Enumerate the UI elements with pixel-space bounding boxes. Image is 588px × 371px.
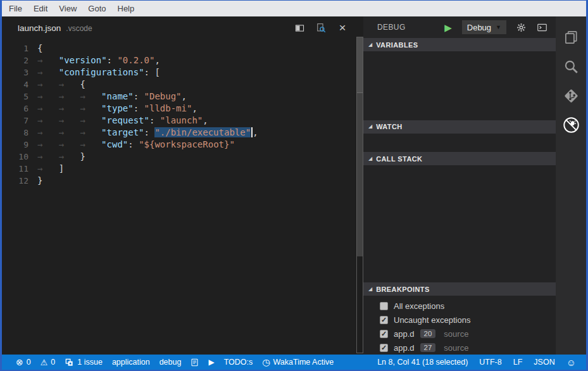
status-end-of-line[interactable]: LF [513,358,523,367]
activity-item-search[interactable] [556,53,586,82]
section-header-call-stack[interactable]: ◢ CALL STACK [363,152,556,165]
status-wakatime[interactable]: ◷WakaTime Active [262,358,334,367]
menu-item-goto[interactable]: Goto [82,1,111,16]
status-label: UTF-8 [479,358,501,367]
code-editor[interactable]: 1{2→"version": "0.2.0",3→"configurations… [2,39,356,355]
debug-icon [563,116,580,136]
status-output[interactable] [191,358,199,367]
activity-item-source-control[interactable] [556,82,586,111]
editor-tab[interactable]: launch.json .vscode [18,23,92,33]
tab-whitespace-icon: → [59,115,80,127]
section-header-variables[interactable]: ◢ VARIABLES [363,38,556,51]
line-number-badge: 20 [420,329,436,338]
checkbox-checked[interactable]: ✓ [380,344,388,352]
code-line[interactable]: 6→→→"type": "lldb-mi", [2,103,356,115]
code-token: } [80,151,85,161]
activity-item-explorer[interactable] [556,24,586,53]
debug-config-dropdown[interactable]: Debug ▼ [462,20,506,34]
breakpoint-row[interactable]: ✓app.d20source [363,327,556,341]
menu-item-help[interactable]: Help [112,1,141,16]
line-number: 7 [2,115,28,127]
code-line[interactable]: 7→→→"request": "launch", [2,115,356,127]
split-editor-icon[interactable] [293,22,306,34]
configure-gear-icon[interactable] [516,22,527,33]
tab-whitespace-icon: → [80,91,101,103]
tab-folder-hint: .vscode [66,24,92,33]
status-warning-count[interactable]: ⚠0 [41,358,56,367]
code-token: , [154,55,160,65]
checkbox-unchecked[interactable] [380,302,388,310]
status-cursor-position[interactable]: Ln 8, Col 41 (18 selected) [377,358,468,367]
code-line[interactable]: 2→"version": "0.2.0", [2,54,356,66]
tab-whitespace-icon: → [37,163,59,175]
code-line[interactable]: 1{ [2,42,356,54]
code-token: "cwd" [101,139,128,149]
section-header-breakpoints[interactable]: ◢ BREAKPOINTS [363,282,556,296]
line-content: } [28,175,42,187]
tab-whitespace-icon: → [80,127,101,139]
scrollbar-slider[interactable] [357,37,363,93]
line-number: 6 [2,103,28,115]
breakpoint-row[interactable]: All exceptions [363,299,556,313]
menu-item-view[interactable]: View [53,1,82,16]
vscode-window: FileEditViewGotoHelp launch.json .vscode… [0,0,588,371]
debug-console-icon[interactable] [536,22,548,34]
preview-icon[interactable] [315,22,327,34]
start-debug-icon[interactable]: ▶ [444,23,452,32]
variables-body [363,51,556,120]
code-line[interactable]: 10→→} [2,151,356,163]
code-line[interactable]: 12} [2,175,356,187]
breakpoint-label: app.d [394,343,415,353]
status-run-task[interactable]: ▶ [208,358,214,367]
status-feedback[interactable]: ☺ [566,358,576,367]
menu-item-edit[interactable]: Edit [28,1,53,16]
tab-whitespace-icon: → [59,151,80,163]
status-todos[interactable]: TODO:s [224,358,253,367]
code-token: "request" [101,115,149,125]
code-line[interactable]: 8→→→"target": "./bin/executable", [2,127,356,139]
breakpoint-row[interactable]: ✓Uncaught exceptions [363,313,556,327]
line-content: { [28,42,42,54]
status-label: 1 issue [77,358,103,367]
status-bar-right: Ln 8, Col 41 (18 selected)UTF-8LFJSON☺ [377,358,586,367]
tab-whitespace-icon: → [59,139,80,151]
section-title: CALL STACK [376,155,422,163]
debug-side-panel: DEBUG ▶ Debug ▼ ◢ VARIABLES ◢ [363,16,556,355]
status-task-application[interactable]: application [112,358,150,367]
section-header-watch[interactable]: ◢ WATCH [363,120,556,134]
status-issues[interactable]: 1 issue [65,358,103,367]
status-task-debug[interactable]: debug [160,358,182,367]
code-token: "0.2.0" [117,55,154,65]
line-content: →→→"name": "Debug", [28,91,187,103]
checkbox-checked[interactable]: ✓ [380,316,388,324]
status-encoding[interactable]: UTF-8 [479,358,501,367]
scrollbar-track[interactable] [356,37,363,353]
error-icon: ⊗ [16,358,23,367]
code-line[interactable]: 5→→→"name": "Debug", [2,91,356,103]
code-line[interactable]: 11→] [2,163,356,175]
main-area: launch.json .vscode × 1{2→"version": "0.… [2,16,586,355]
checkbox-checked[interactable]: ✓ [380,330,388,338]
code-token: "name" [101,91,134,101]
status-error-count[interactable]: ⊗0 [16,358,31,367]
editor-scrollbar[interactable] [356,16,363,355]
breakpoint-label: All exceptions [394,301,444,311]
activity-item-debug[interactable] [556,111,586,141]
line-number: 1 [2,42,28,54]
close-editor-icon[interactable]: × [336,22,349,34]
menu-item-file[interactable]: File [3,1,28,16]
breakpoint-row[interactable]: ✓app.d27source [363,341,556,355]
code-line[interactable]: 4→→{ [2,79,356,91]
code-line[interactable]: 3→"configurations": [ [2,66,356,79]
code-token: "Debug" [144,91,182,101]
code-line[interactable]: 9→→→"cwd": "${workspaceRoot}" [2,139,356,151]
debug-toolbar: DEBUG ▶ Debug ▼ [363,16,556,38]
code-token: { [37,43,42,53]
status-label: application [112,358,150,367]
breakpoint-detail: source [444,329,468,339]
tab-whitespace-icon: → [37,79,59,91]
status-language-mode[interactable]: JSON [534,358,554,367]
menu-bar: FileEditViewGotoHelp [2,1,586,16]
code-token: ] [59,163,64,173]
status-bar: ⊗0⚠01 issueapplicationdebug▶TODO:s◷WakaT… [2,355,586,370]
